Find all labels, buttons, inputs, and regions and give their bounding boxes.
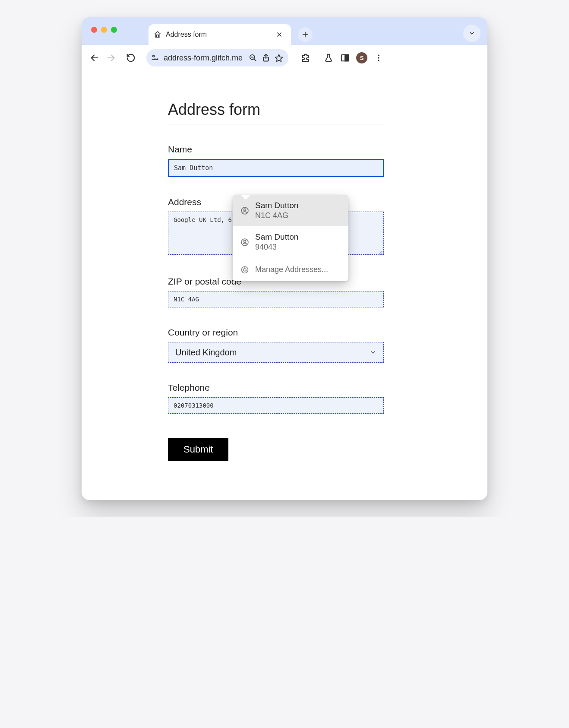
new-tab-button[interactable] [298, 27, 313, 42]
svg-line-8 [254, 59, 256, 61]
autofill-suggestion[interactable]: Sam Dutton 94043 [233, 226, 348, 258]
bookmark-star-icon[interactable] [275, 54, 283, 62]
reload-button[interactable] [126, 53, 136, 63]
zip-input[interactable] [168, 291, 384, 307]
country-value: United Kingdom [175, 348, 237, 358]
kebab-menu-icon[interactable] [373, 53, 384, 63]
profile-avatar[interactable]: S [356, 52, 367, 63]
address-bar[interactable]: address-form.glitch.me [146, 49, 288, 66]
person-icon [240, 206, 249, 215]
window-minimize-button[interactable] [101, 27, 107, 33]
tab-close-button[interactable] [274, 30, 285, 39]
page-title: Address form [168, 101, 384, 124]
label-country: Country or region [168, 327, 384, 338]
zoom-icon[interactable] [249, 54, 257, 62]
window-controls [91, 27, 117, 33]
window-zoom-button[interactable] [111, 27, 117, 33]
svg-line-27 [246, 270, 248, 271]
share-icon[interactable] [262, 54, 270, 62]
chevron-down-icon [370, 349, 376, 356]
site-settings-icon[interactable] [151, 54, 159, 62]
toolbar-divider [317, 53, 317, 63]
svg-point-3 [153, 55, 155, 57]
tab-strip: Address form [82, 17, 487, 45]
address-form: Address form Name Address ZIP or postal … [168, 101, 384, 461]
tab-title: Address form [166, 31, 269, 38]
submit-button[interactable]: Submit [168, 438, 228, 461]
svg-line-26 [242, 270, 244, 271]
address-form-favicon-icon [154, 31, 161, 38]
label-telephone: Telephone [168, 383, 384, 393]
svg-rect-0 [157, 35, 159, 37]
svg-rect-13 [345, 55, 348, 61]
browser-toolbar: address-form.glitch.me S [82, 45, 487, 71]
field-telephone: Telephone [168, 383, 384, 414]
autofill-secondary: 94043 [255, 243, 298, 252]
extensions-icon[interactable] [300, 53, 311, 63]
browser-tab[interactable]: Address form [149, 24, 291, 45]
svg-point-15 [378, 57, 379, 58]
country-select[interactable]: United Kingdom [168, 342, 384, 363]
manage-addresses-button[interactable]: Manage Addresses... [233, 258, 348, 281]
person-icon [240, 238, 249, 247]
back-button[interactable] [89, 53, 100, 63]
autofill-secondary: N1C 4AG [255, 211, 298, 220]
autofill-dropdown: Sam Dutton N1C 4AG Sam Dutton 94043 [233, 195, 348, 281]
chrome-icon [240, 266, 249, 274]
telephone-input[interactable] [168, 397, 384, 414]
forward-button[interactable] [106, 53, 116, 63]
autofill-primary: Sam Dutton [255, 201, 298, 210]
svg-point-20 [244, 209, 246, 211]
svg-marker-11 [275, 55, 283, 62]
autofill-primary: Sam Dutton [255, 232, 298, 242]
label-name: Name [168, 144, 384, 155]
field-country: Country or region United Kingdom [168, 327, 384, 363]
name-input[interactable] [168, 159, 384, 177]
url-text: address-form.glitch.me [164, 54, 243, 63]
autofill-suggestion[interactable]: Sam Dutton N1C 4AG [233, 195, 348, 226]
svg-point-16 [378, 60, 379, 61]
manage-addresses-label: Manage Addresses... [255, 265, 328, 274]
resize-grip-icon[interactable] [377, 250, 382, 255]
window-close-button[interactable] [91, 27, 97, 33]
svg-point-24 [243, 269, 246, 271]
avatar-initial: S [360, 55, 364, 61]
svg-point-22 [244, 240, 246, 242]
labs-icon[interactable] [323, 53, 334, 63]
side-panel-icon[interactable] [340, 53, 350, 63]
tab-overflow-button[interactable] [463, 25, 480, 42]
page-content: Address form Name Address ZIP or postal … [82, 71, 487, 500]
browser-window: Address form address-for [82, 17, 487, 500]
svg-point-14 [378, 55, 379, 56]
field-name: Name [168, 144, 384, 177]
